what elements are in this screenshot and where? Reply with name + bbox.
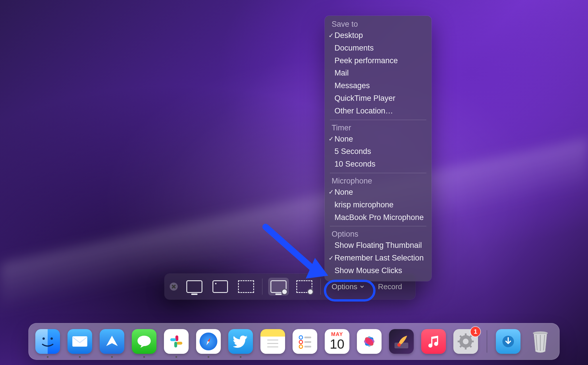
music-note-icon — [427, 335, 440, 348]
menu-item-show-clicks[interactable]: Show Mouse Clicks — [325, 264, 432, 277]
menu-section-title: Microphone — [325, 175, 432, 186]
dock-app-messages[interactable] — [132, 329, 156, 354]
svg-rect-8 — [170, 338, 176, 341]
menu-item-mic-none[interactable]: ✓None — [325, 186, 432, 199]
close-toolbar-button[interactable] — [170, 283, 178, 291]
mail-icon — [72, 336, 88, 347]
running-dot — [143, 356, 145, 358]
dock-app-mail[interactable] — [67, 329, 92, 354]
dock-trash[interactable] — [528, 329, 553, 354]
dock-app-music[interactable] — [421, 329, 446, 354]
window-icon — [212, 280, 228, 293]
notification-badge: 1 — [471, 327, 480, 337]
downloads-icon — [501, 334, 515, 349]
dock-app-slack[interactable] — [164, 329, 189, 354]
svg-rect-33 — [465, 347, 467, 349]
running-dot — [208, 356, 209, 358]
menu-section-title: Options — [325, 229, 432, 239]
menu-item-documents[interactable]: Documents — [325, 42, 432, 55]
options-menu: Save to ✓Desktop Documents Peek performa… — [325, 16, 432, 281]
running-dot — [240, 356, 241, 358]
svg-rect-7 — [174, 342, 177, 347]
menu-item-timer-5s[interactable]: 5 Seconds — [325, 145, 432, 158]
running-dot — [175, 356, 177, 358]
capture-mode-group — [184, 278, 256, 296]
toolbar-separator — [262, 279, 262, 295]
slack-icon — [169, 334, 184, 349]
menu-item-mic-macbook[interactable]: MacBook Pro Microphone — [325, 211, 432, 224]
dock-app-send[interactable] — [100, 329, 124, 354]
menu-divider — [330, 173, 426, 173]
dock-folder-downloads[interactable] — [496, 329, 521, 354]
menu-section-title: Save to — [325, 19, 432, 29]
menu-item-timer-10s[interactable]: 10 Seconds — [325, 158, 432, 171]
notes-icon — [266, 338, 280, 350]
reminders-icon — [297, 333, 313, 349]
desktop-wallpaper — [0, 0, 588, 365]
dock-app-finder[interactable] — [35, 329, 60, 354]
svg-rect-17 — [304, 341, 311, 343]
dock-app-photos[interactable] — [357, 329, 382, 354]
capture-selection-button[interactable] — [236, 278, 256, 296]
screen-icon — [186, 280, 202, 293]
menu-item-mic-krisp[interactable]: krisp microphone — [325, 199, 432, 211]
menu-item-remember-selection[interactable]: ✓Remember Last Selection — [325, 252, 432, 264]
svg-point-14 — [299, 336, 303, 339]
check-icon: ✓ — [328, 31, 334, 40]
svg-point-2 — [42, 337, 45, 340]
svg-rect-34 — [458, 341, 461, 342]
capture-window-button[interactable] — [210, 278, 231, 296]
menu-item-other-location[interactable]: Other Location… — [325, 105, 432, 117]
menu-item-messages[interactable]: Messages — [325, 80, 432, 92]
photos-icon — [360, 333, 378, 350]
record-selection-button[interactable] — [294, 278, 315, 296]
dock: MAY 10 — [28, 323, 560, 360]
menu-divider — [330, 120, 426, 120]
record-dot-icon — [281, 289, 288, 295]
menu-item-desktop[interactable]: ✓Desktop — [325, 29, 432, 42]
selection-icon — [238, 280, 254, 293]
dock-separator — [487, 330, 487, 353]
svg-rect-32 — [465, 333, 467, 336]
svg-rect-6 — [177, 342, 182, 345]
svg-rect-19 — [304, 346, 311, 347]
svg-rect-35 — [471, 341, 474, 342]
record-entire-screen-button[interactable] — [268, 278, 289, 296]
options-button[interactable]: Options — [326, 281, 370, 293]
check-icon: ✓ — [328, 188, 334, 197]
paperplane-icon — [105, 335, 119, 348]
dock-app-twitter[interactable] — [228, 329, 253, 354]
svg-point-16 — [299, 340, 303, 344]
message-bubble-icon — [136, 335, 152, 348]
svg-point-3 — [51, 337, 53, 340]
options-label: Options — [332, 282, 357, 291]
record-label: Record — [378, 282, 402, 291]
running-dot — [111, 356, 113, 358]
menu-item-timer-none[interactable]: ✓None — [325, 133, 432, 146]
dock-app-notes[interactable] — [260, 329, 285, 354]
dock-app-reminders[interactable] — [293, 329, 317, 354]
dock-app-safari[interactable] — [196, 329, 221, 354]
svg-point-31 — [463, 339, 469, 344]
menu-item-quicktime[interactable]: QuickTime Player — [325, 92, 432, 105]
dock-app-pixelmator[interactable] — [389, 329, 414, 354]
dock-app-settings[interactable]: 1 — [453, 329, 478, 354]
chevron-down-icon — [360, 284, 364, 289]
record-dot-icon — [307, 289, 314, 295]
capture-entire-screen-button[interactable] — [184, 278, 205, 296]
check-icon: ✓ — [328, 254, 334, 263]
running-dot — [47, 356, 49, 358]
safari-icon — [200, 333, 217, 350]
dock-app-calendar[interactable]: MAY 10 — [325, 329, 349, 354]
calendar-day: 10 — [330, 337, 344, 351]
menu-item-mail[interactable]: Mail — [325, 67, 432, 80]
menu-item-floating-thumb[interactable]: Show Floating Thumbnail — [325, 239, 432, 252]
svg-point-29 — [397, 343, 401, 347]
record-button[interactable]: Record — [378, 282, 402, 291]
check-icon: ✓ — [328, 135, 334, 144]
menu-item-peek-performance[interactable]: Peek performance — [325, 55, 432, 67]
finder-icon — [38, 332, 57, 351]
menu-section-title: Timer — [325, 122, 432, 133]
brush-icon — [393, 333, 410, 350]
svg-marker-10 — [206, 341, 209, 345]
